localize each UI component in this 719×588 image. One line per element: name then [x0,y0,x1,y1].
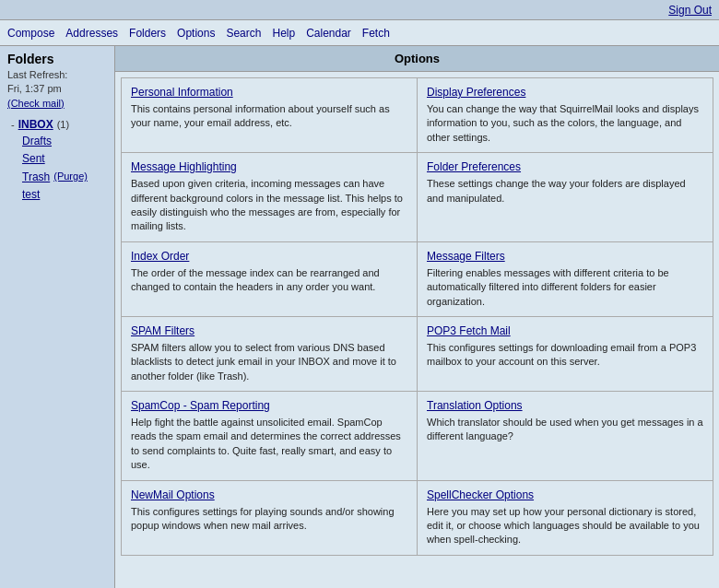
spellchecker-desc: Here you may set up how your personal di… [427,506,700,546]
personal-info-link[interactable]: Personal Information [131,86,407,99]
nav-compose[interactable]: Compose [7,27,54,40]
option-cell-index-order: Index Order The order of the message ind… [122,242,418,317]
sidebar-title: Folders [7,52,107,66]
sub-folders: Drafts Sent Trash (Purge) test [7,133,107,204]
option-cell-pop3-fetch: POP3 Fetch Mail This configures settings… [418,317,713,392]
sent-link[interactable]: Sent [22,152,45,165]
inbox-folder-item: - INBOX (1) [7,118,107,131]
spamcop-link[interactable]: SpamCop - Spam Reporting [131,399,407,412]
display-prefs-desc: You can change the way that SquirrelMail… [427,103,699,143]
inbox-link[interactable]: INBOX [18,118,53,131]
pop3-fetch-desc: This configures settings for downloading… [427,342,696,367]
nav-options[interactable]: Options [177,27,215,40]
nav-calendar[interactable]: Calendar [306,27,351,40]
personal-info-desc: This contains personal information about… [131,103,390,128]
folder-prefs-desc: These settings change the way your folde… [427,178,686,203]
option-cell-message-highlighting: Message Highlighting Based upon given cr… [122,153,418,242]
options-header: Options [115,46,719,72]
nav-folders[interactable]: Folders [129,27,166,40]
message-highlighting-desc: Based upon given criteria, incoming mess… [131,178,403,231]
newmail-desc: This configures settings for playing sou… [131,506,395,531]
content-area: Options Personal Information This contai… [115,46,719,588]
sidebar: Folders Last Refresh: Fri, 1:37 pm (Chec… [0,46,115,588]
drafts-link[interactable]: Drafts [22,135,52,147]
option-cell-spamcop: SpamCop - Spam Reporting Help fight the … [122,392,418,481]
option-cell-personal-info: Personal Information This contains perso… [122,78,418,153]
option-cell-folder-prefs: Folder Preferences These settings change… [418,153,713,242]
spamcop-desc: Help fight the battle against unsolicite… [131,417,401,470]
nav-fetch[interactable]: Fetch [362,27,390,40]
nav-bar: Compose Addresses Folders Options Search… [0,20,719,46]
top-bar: Sign Out [0,0,719,20]
message-filters-desc: Filtering enables messages with differen… [427,267,669,307]
option-cell-translation: Translation Options Which translator sho… [418,392,713,481]
message-highlighting-link[interactable]: Message Highlighting [131,160,407,173]
main-layout: Folders Last Refresh: Fri, 1:37 pm (Chec… [0,46,719,588]
translation-link[interactable]: Translation Options [427,399,703,412]
spam-filters-desc: SPAM filters allow you to select from va… [131,342,396,382]
option-cell-spellchecker: SpellChecker Options Here you may set up… [418,481,713,556]
display-prefs-link[interactable]: Display Preferences [427,86,703,99]
check-mail-link[interactable]: (Check mail) [7,98,65,109]
inbox-count: (1) [57,119,69,130]
nav-addresses[interactable]: Addresses [65,27,118,40]
spellchecker-link[interactable]: SpellChecker Options [427,488,703,501]
message-filters-link[interactable]: Message Filters [427,250,703,263]
purge-link[interactable]: (Purge) [53,169,88,185]
index-order-desc: The order of the message index can be re… [131,267,380,292]
translation-desc: Which translator should be used when you… [427,417,703,441]
last-refresh-label: Last Refresh: [7,69,67,80]
sign-out-button[interactable]: Sign Out [668,4,712,17]
nav-help[interactable]: Help [272,27,295,40]
option-cell-newmail: NewMail Options This configures settings… [122,481,418,556]
option-cell-display-prefs: Display Preferences You can change the w… [418,78,713,153]
newmail-link[interactable]: NewMail Options [131,488,407,501]
spam-filters-link[interactable]: SPAM Filters [131,324,407,337]
nav-search[interactable]: Search [226,27,261,40]
last-refresh-time: Fri, 1:37 pm [7,83,62,94]
pop3-fetch-link[interactable]: POP3 Fetch Mail [427,324,703,337]
option-cell-spam-filters: SPAM Filters SPAM filters allow you to s… [122,317,418,392]
folder-section: - INBOX (1) Drafts Sent Trash (Purge) te… [7,118,107,204]
folder-prefs-link[interactable]: Folder Preferences [427,160,703,173]
options-grid: Personal Information This contains perso… [121,77,713,556]
trash-link[interactable]: Trash [22,169,50,186]
test-link[interactable]: test [22,188,40,201]
option-cell-message-filters: Message Filters Filtering enables messag… [418,242,713,317]
index-order-link[interactable]: Index Order [131,250,407,263]
sidebar-refresh: Last Refresh: Fri, 1:37 pm (Check mail) [7,68,107,111]
